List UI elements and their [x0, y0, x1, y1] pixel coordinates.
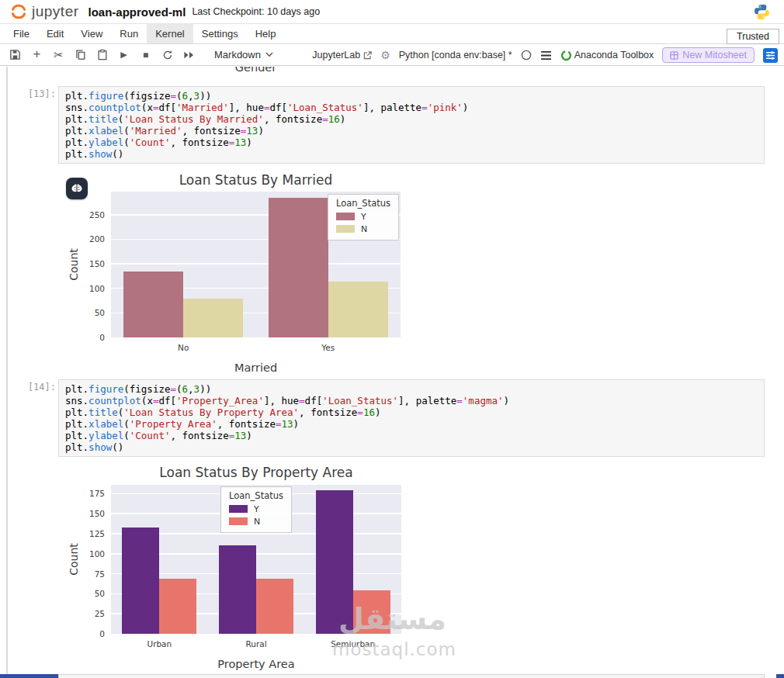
bar-no-n: [183, 299, 243, 337]
legend-item-y: Y: [229, 503, 283, 515]
toolbar: + ✂ ▶ ■ Markdown JupyterLab: [0, 44, 784, 66]
menu-item-run[interactable]: Run: [111, 24, 147, 43]
settings-sliders-button[interactable]: [763, 48, 778, 63]
gridline: [111, 263, 401, 265]
y-tick-label: 200: [89, 234, 105, 244]
interrupt-kernel-button[interactable]: ■: [138, 47, 153, 62]
bar-yes-y: [269, 198, 328, 337]
brain-icon: [71, 182, 83, 195]
menu-item-edit[interactable]: Edit: [38, 24, 72, 43]
plus-icon: +: [33, 47, 41, 62]
chart-title: Loan Status By Property Area: [111, 465, 401, 480]
cell-type-dropdown[interactable]: Markdown: [214, 49, 273, 61]
python-logo-icon: [754, 4, 770, 23]
legend-swatch: [336, 225, 355, 233]
restart-kernel-button[interactable]: [160, 47, 175, 62]
fast-forward-icon: [183, 50, 195, 60]
chart-output-loan-status-by-married: Loan Status By Married Count Loan_Status…: [67, 172, 405, 371]
menu-item-help[interactable]: Help: [247, 24, 285, 43]
menu-item-view[interactable]: View: [72, 24, 111, 43]
code-line: sns.countplot(x=df['Married'], hue=df['L…: [65, 102, 758, 113]
y-tick-label: 0: [99, 333, 105, 342]
x-tick-label: No: [178, 343, 189, 352]
jupyter-logo[interactable]: jupyter: [10, 3, 79, 20]
legend-title: Loan_Status: [229, 490, 283, 501]
next-cell-stub[interactable]: [58, 674, 765, 678]
cell-prompt: [13]:: [23, 88, 56, 99]
scissors-icon: ✂: [54, 48, 64, 62]
bar-semiurban-y: [316, 490, 353, 634]
save-button[interactable]: [8, 47, 23, 62]
notebook-scroll-area[interactable]: Gender [13]: plt.figure(figsize=(6,3))sn…: [0, 67, 784, 678]
gear-icon[interactable]: ⚙: [380, 49, 390, 61]
code-line: plt.title('Loan Status By Married', font…: [65, 113, 758, 125]
mitosheet-icon: [670, 51, 678, 60]
chart-plot-area: Loan_StatusYN: [111, 192, 401, 337]
legend-label: N: [254, 517, 260, 527]
checkpoint-text: Last Checkpoint: 10 days ago: [192, 6, 320, 17]
external-link-icon: [363, 51, 372, 60]
clipboard-icon: [97, 49, 108, 61]
anaconda-logo-icon: [560, 50, 572, 61]
legend-label: Y: [361, 212, 366, 222]
cell-prompt: [14]:: [23, 382, 56, 393]
bar-urban-y: [122, 528, 159, 634]
cut-cell-button[interactable]: ✂: [51, 47, 66, 62]
trusted-button[interactable]: Trusted: [727, 29, 779, 44]
menu-item-settings[interactable]: Settings: [193, 24, 247, 43]
run-cell-button[interactable]: ▶: [116, 47, 131, 62]
code-line: plt.ylabel('Count', fontsize=13): [65, 430, 758, 441]
chart-xlabel: Property Area: [111, 658, 401, 670]
menu-item-kernel[interactable]: Kernel: [147, 24, 193, 43]
anaconda-toolbox-link[interactable]: Anaconda Toolbox: [560, 50, 654, 61]
code-line: plt.figure(figsize=(6,3)): [65, 90, 758, 102]
y-tick-label: 50: [95, 308, 105, 317]
code-line: sns.countplot(x=df['Property_Area'], hue…: [65, 395, 758, 406]
legend-item-n: N: [336, 223, 390, 235]
y-tick-label: 150: [89, 259, 105, 268]
new-mitosheet-button[interactable]: New Mitosheet: [662, 47, 755, 63]
menu-item-file[interactable]: File: [5, 24, 38, 43]
insert-cell-button[interactable]: +: [29, 47, 44, 62]
y-tick-label: 175: [89, 489, 105, 498]
code-cell-editor[interactable]: plt.figure(figsize=(6,3))sns.countplot(x…: [58, 379, 765, 457]
code-cell-editor[interactable]: plt.figure(figsize=(6,3))sns.countplot(x…: [58, 86, 765, 164]
legend-swatch: [229, 505, 248, 513]
kernel-status-icon: [521, 50, 532, 61]
kernel-name[interactable]: Python [conda env:base] *: [399, 50, 512, 61]
jupyter-logo-icon: [10, 3, 27, 20]
legend-swatch: [229, 517, 248, 525]
restart-run-all-button[interactable]: [182, 47, 196, 62]
copy-cell-button[interactable]: [73, 47, 88, 62]
play-icon: ▶: [120, 50, 127, 60]
y-tick-label: 50: [95, 589, 105, 598]
notebook-left-gutter: [6, 67, 8, 678]
chart-xlabel: Married: [111, 361, 401, 374]
legend: Loan_StatusYN: [220, 486, 292, 533]
chart-plot-area: Loan_StatusYN: [111, 485, 401, 634]
y-tick-label: 250: [89, 210, 105, 220]
legend-item-y: Y: [336, 210, 390, 223]
chevron-down-icon: [265, 52, 273, 57]
restart-icon: [162, 50, 173, 61]
copy-icon: [75, 49, 86, 61]
notebook-title[interactable]: loan-approved-ml: [88, 5, 186, 19]
legend-swatch: [336, 213, 355, 220]
hamburger-menu-icon[interactable]: [540, 50, 552, 61]
menu-bar: FileEditViewRunKernelSettingsHelp Truste…: [0, 24, 784, 44]
code-line: plt.xlabel('Married', fontsize=13): [65, 125, 758, 137]
code-line: plt.xlabel('Property Area', fontsize=13): [65, 418, 758, 430]
open-in-jupyterlab-link[interactable]: JupyterLab: [312, 50, 372, 61]
bar-rural-y: [219, 545, 256, 634]
x-tick-label: Yes: [321, 343, 335, 352]
chart-output-loan-status-by-property-area: Loan Status By Property Area Count Loan_…: [67, 463, 412, 667]
bar-no-y: [123, 272, 183, 337]
anaconda-label: Anaconda Toolbox: [574, 50, 654, 61]
legend-item-n: N: [229, 515, 283, 528]
paste-cell-button[interactable]: [95, 47, 109, 62]
jupyter-notebook-window: jupyter loan-approved-ml Last Checkpoint…: [0, 0, 784, 678]
brain-assistant-button[interactable]: [66, 178, 88, 199]
mitosheet-label: New Mitosheet: [682, 50, 747, 61]
chart-ylabel: Count: [68, 248, 80, 281]
bar-urban-n: [159, 579, 196, 634]
